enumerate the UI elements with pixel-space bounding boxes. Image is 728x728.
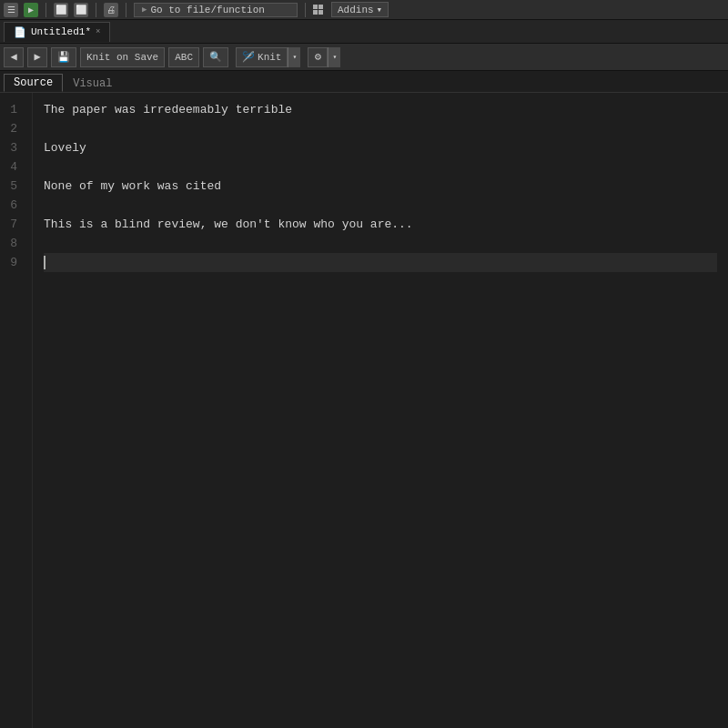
back-icon: ◀ xyxy=(10,50,16,64)
menu-icon-1[interactable]: ☰ xyxy=(4,3,18,17)
menu-icon-5[interactable]: 🖨 xyxy=(104,3,118,17)
line-number-8: 8 xyxy=(0,234,25,253)
menu-bar: ☰ ▶ ⬜ ⬜ 🖨 ▶ Go to file/function Addins ▾ xyxy=(0,0,728,20)
menu-icon-4[interactable]: ⬜ xyxy=(74,3,88,17)
text-cursor xyxy=(44,256,46,269)
code-line-4 xyxy=(44,157,717,177)
abc-label: ABC xyxy=(175,52,193,63)
search-icon: 🔍 xyxy=(209,51,222,63)
code-text-7: This is a blind review, we don't know wh… xyxy=(44,215,413,234)
forward-icon: ▶ xyxy=(34,50,40,64)
view-tabs: Source Visual xyxy=(0,71,728,93)
knit-label: Knit xyxy=(258,52,281,63)
code-line-5: None of my work was cited xyxy=(44,177,717,196)
gear-icon: ⚙ xyxy=(315,50,321,64)
tab-icon: 📄 xyxy=(14,26,26,38)
code-line-1: The paper was irredeemably terrible xyxy=(44,100,717,119)
menu-icon-2[interactable]: ▶ xyxy=(24,3,38,17)
code-line-7: This is a blind review, we don't know wh… xyxy=(44,215,717,234)
addins-label: Addins xyxy=(338,5,374,15)
knit-dropdown-arrow[interactable]: ▾ xyxy=(288,47,300,67)
save-button[interactable]: 💾 xyxy=(51,47,76,67)
knit-on-save-button[interactable]: Knit on Save xyxy=(80,47,165,67)
knit-needle-icon: 🪡 xyxy=(242,51,255,63)
code-text-1: The paper was irredeemably terrible xyxy=(44,100,292,119)
addins-button[interactable]: Addins ▾ xyxy=(331,2,389,17)
go-to-arrow-icon: ▶ xyxy=(142,5,147,15)
tab-close-button[interactable]: × xyxy=(96,27,100,36)
knit-button[interactable]: 🪡 Knit xyxy=(236,47,288,67)
tab-visual[interactable]: Visual xyxy=(63,74,122,92)
code-line-9 xyxy=(44,253,717,272)
gear-button[interactable]: ⚙ xyxy=(308,47,328,67)
line-number-9: 9 xyxy=(0,253,25,272)
tab-source[interactable]: Source xyxy=(4,74,63,92)
code-line-2 xyxy=(44,119,717,138)
tab-title: Untitled1* xyxy=(31,26,91,37)
menu-divider-4 xyxy=(305,3,306,17)
line-number-6: 6 xyxy=(0,196,25,215)
code-line-6 xyxy=(44,196,717,215)
line-number-2: 2 xyxy=(0,119,25,138)
gear-arrow-icon: ▾ xyxy=(333,53,338,61)
code-line-8 xyxy=(44,234,717,253)
code-text-3: Lovely xyxy=(44,138,86,157)
line-numbers: 123456789 xyxy=(0,93,33,728)
addins-arrow-icon: ▾ xyxy=(377,4,383,15)
editor-content[interactable]: The paper was irredeemably terribleLovel… xyxy=(33,93,728,728)
gear-dropdown-arrow[interactable]: ▾ xyxy=(328,47,340,67)
grid-icon[interactable] xyxy=(313,5,326,15)
source-tab-label: Source xyxy=(14,76,53,89)
line-number-5: 5 xyxy=(0,177,25,196)
go-to-bar[interactable]: ▶ Go to file/function xyxy=(134,3,298,17)
search-button[interactable]: 🔍 xyxy=(203,47,228,67)
line-number-3: 3 xyxy=(0,138,25,157)
menu-icon-3[interactable]: ⬜ xyxy=(54,3,68,17)
code-text-5: None of my work was cited xyxy=(44,177,221,196)
knit-group: 🪡 Knit ▾ xyxy=(236,47,300,67)
abc-button[interactable]: ABC xyxy=(168,47,199,67)
toolbar: ◀ ▶ 💾 Knit on Save ABC 🔍 🪡 Knit ▾ ⚙ ▾ xyxy=(0,44,728,71)
menu-divider-2 xyxy=(96,3,96,17)
knit-on-save-label: Knit on Save xyxy=(86,52,158,63)
knit-arrow-icon: ▾ xyxy=(293,53,298,61)
visual-tab-label: Visual xyxy=(73,77,112,90)
editor-container[interactable]: 123456789 The paper was irredeemably ter… xyxy=(0,93,728,728)
tab-bar: 📄 Untitled1* × xyxy=(0,20,728,44)
code-line-3: Lovely xyxy=(44,138,717,157)
back-button[interactable]: ◀ xyxy=(4,47,24,67)
line-number-4: 4 xyxy=(0,157,25,177)
tab-untitled1[interactable]: 📄 Untitled1* × xyxy=(4,22,110,42)
line-number-7: 7 xyxy=(0,215,25,234)
line-number-1: 1 xyxy=(0,100,25,119)
menu-divider-1 xyxy=(46,3,46,17)
go-to-placeholder: Go to file/function xyxy=(150,5,264,15)
menu-divider-3 xyxy=(126,3,126,17)
forward-button[interactable]: ▶ xyxy=(27,47,47,67)
gear-group: ⚙ ▾ xyxy=(308,47,340,67)
save-icon: 💾 xyxy=(57,51,70,63)
